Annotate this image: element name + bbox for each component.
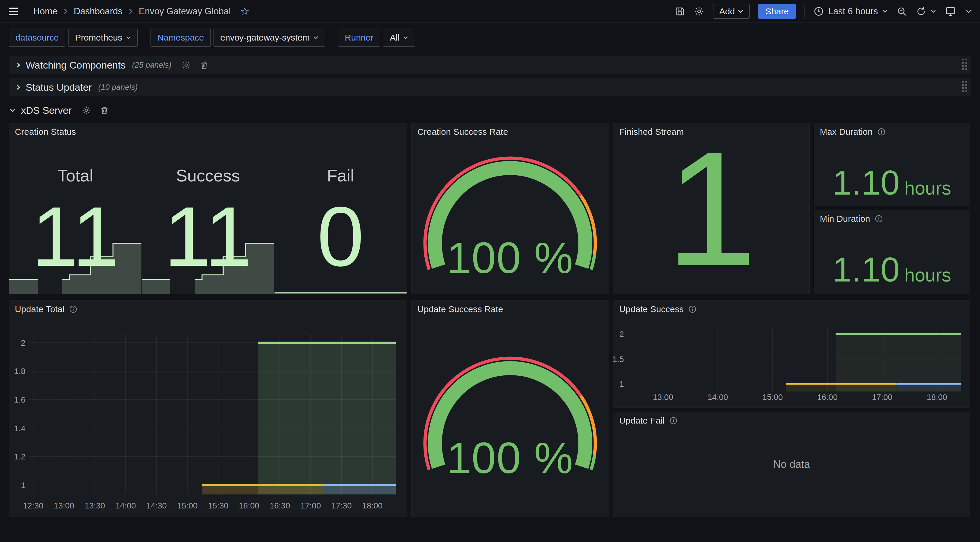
panel-title[interactable]: Update Success [619,304,684,314]
info-icon[interactable] [875,215,883,223]
chevron-right-icon [16,83,21,91]
row-xds-server[interactable]: xDS Server [9,103,116,118]
gear-icon[interactable] [82,105,91,115]
stat-group: Total 11 Success 11 Fail 0 [9,123,407,294]
svg-text:100 %: 100 % [447,434,573,478]
row-title[interactable]: Status Updater [25,82,92,93]
trash-icon[interactable] [199,61,209,70]
stat-success: Success 11 [142,123,274,294]
stat-fail: Fail 0 [274,123,407,294]
chevron-down-icon [126,36,131,40]
time-range-picker[interactable]: Last 6 hours [813,6,888,17]
variable-select-namespace[interactable]: envoy-gateway-system [213,29,325,47]
svg-text:1.8: 1.8 [14,367,25,376]
panel-max-duration: Max Duration 1.10 hours [814,123,970,206]
top-bar: Home Dashboards Envoy Gateway Global ☆ [0,0,980,23]
grafana-dashboard: Home Dashboards Envoy Gateway Global ☆ [0,0,980,542]
info-icon[interactable] [877,128,886,136]
svg-text:14:30: 14:30 [146,501,167,510]
svg-text:2: 2 [21,338,25,348]
panel-title[interactable]: Max Duration [820,127,873,137]
panel-creation-status: Creation Status Total 11 Success 11 Fail… [9,123,407,294]
svg-text:17:00: 17:00 [301,501,321,510]
svg-text:18:00: 18:00 [927,393,947,402]
row-title[interactable]: xDS Server [21,105,72,116]
panel-title[interactable]: Update Fail [619,416,665,426]
collapse-topbar-chevron-icon[interactable] [965,9,972,14]
panel-title[interactable]: Update Success Rate [417,304,503,314]
svg-text:18:00: 18:00 [362,501,383,510]
menu-icon[interactable] [9,6,21,17]
svg-text:13:00: 13:00 [54,501,74,510]
panel-title[interactable]: Creation Success Rate [417,127,508,137]
svg-text:16:00: 16:00 [239,501,259,510]
trash-icon[interactable] [100,105,109,115]
gear-icon[interactable] [181,61,191,70]
breadcrumb-dashboards[interactable]: Dashboards [74,6,123,17]
row-watching-components[interactable]: Watching Components (25 panels) [9,56,971,74]
stat-total: Total 11 [9,123,142,294]
panel-title[interactable]: Min Duration [820,214,870,224]
svg-text:15:00: 15:00 [177,501,197,510]
chevron-down-icon [931,10,936,13]
svg-text:17:00: 17:00 [872,393,892,402]
row-panel-count: (25 panels) [132,61,172,70]
info-icon[interactable] [688,305,697,313]
kiosk-mode-icon[interactable] [945,6,956,17]
panel-update-fail: Update Fail No data [613,412,970,517]
svg-text:1.6: 1.6 [14,395,25,404]
svg-text:1.4: 1.4 [14,424,25,433]
breadcrumb-home[interactable]: Home [33,6,57,17]
star-favorite-icon[interactable]: ☆ [240,6,250,17]
panel-title[interactable]: Finished Stream [619,127,684,137]
svg-text:15:30: 15:30 [208,501,228,510]
chevron-right-icon [128,8,133,15]
gear-icon[interactable] [694,6,705,17]
svg-text:2: 2 [619,330,624,339]
row-drag-handle[interactable] [962,58,968,72]
divider [804,5,805,18]
variable-select-runner[interactable]: All [383,29,415,47]
svg-text:15:00: 15:00 [762,393,783,402]
row-title[interactable]: Watching Components [25,59,126,71]
zoom-out-icon[interactable] [897,6,907,17]
chevron-down-icon [403,36,408,40]
svg-text:13:00: 13:00 [653,393,673,402]
panel-update-success: Update Success 13:0014:0015:0016:0017:00… [613,300,970,408]
chevron-down-icon [882,10,888,13]
variable-select-datasource[interactable]: Prometheus [68,29,138,47]
update-success-rate-gauge: 100 % [423,356,598,478]
max-duration-stat: 1.10 hours [814,140,970,206]
refresh-icon [916,6,926,17]
svg-text:12:30: 12:30 [23,501,43,510]
svg-text:13:30: 13:30 [84,501,105,510]
panel-finished-stream: Finished Stream 1 [613,123,810,294]
svg-text:1.5: 1.5 [613,355,624,364]
variable-bar: datasource Prometheus Namespace envoy-ga… [9,29,415,47]
breadcrumb: Home Dashboards Envoy Gateway Global ☆ [33,6,250,17]
panel-title[interactable]: Creation Status [15,127,76,137]
svg-text:1.2: 1.2 [14,452,25,461]
clock-icon [813,6,824,17]
info-icon[interactable] [670,416,678,425]
panel-update-total: Update Total 12:3013:0013:3014:0014:3015… [9,300,407,517]
finished-stream-value: 1 [666,135,757,282]
no-data-message: No data [773,458,810,470]
row-status-updater[interactable]: Status Updater (10 panels) [9,78,971,96]
info-icon[interactable] [69,305,77,313]
creation-success-rate-gauge: 100 % [423,156,598,278]
row-drag-handle[interactable] [962,80,968,94]
share-button[interactable]: Share [758,4,795,19]
refresh-control[interactable] [916,6,936,17]
add-button[interactable]: Add [713,4,749,19]
panel-title[interactable]: Update Total [15,304,64,314]
variable-label-runner: Runner [338,29,380,47]
save-icon[interactable] [675,6,685,17]
chevron-down-icon [313,36,318,40]
svg-text:1: 1 [21,481,25,490]
svg-text:100 %: 100 % [447,233,573,278]
row-panel-count: (10 panels) [98,83,138,92]
chevron-right-icon [63,8,68,15]
update-total-chart: 12:3013:0013:3014:0014:3015:0015:3016:00… [9,301,407,516]
svg-text:1: 1 [619,379,624,389]
